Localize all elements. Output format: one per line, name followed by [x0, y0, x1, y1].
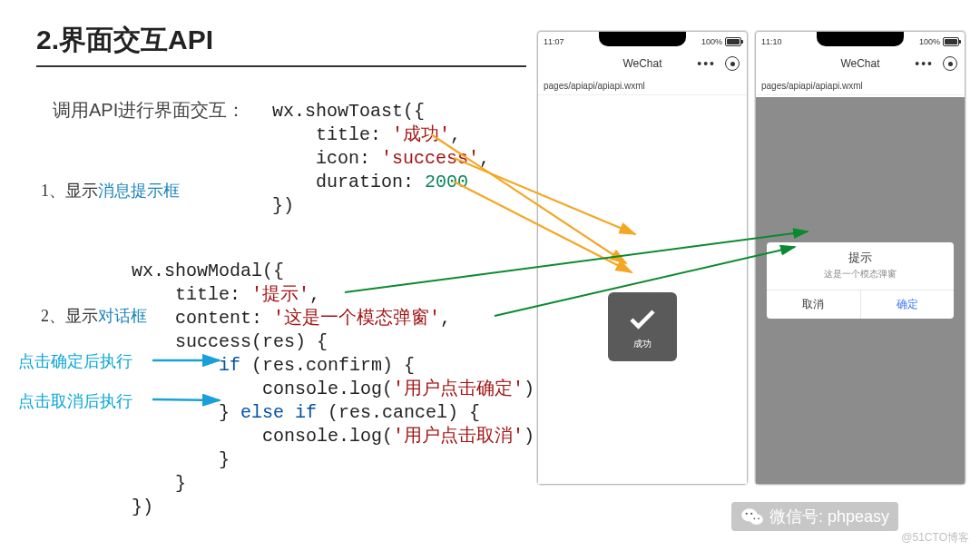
- more-icon[interactable]: •••: [915, 56, 934, 71]
- notch: [599, 32, 686, 46]
- wechat-icon: [740, 507, 764, 526]
- battery-icon: [943, 37, 959, 46]
- attribution: @51CTO博客: [901, 530, 969, 546]
- wechat-label: 微信号: phpeasy: [769, 506, 889, 527]
- list2-prefix: 2、显示: [41, 307, 98, 325]
- svg-point-11: [753, 517, 755, 519]
- app-bar: WeChat •••: [756, 50, 965, 77]
- page-path: pages/apiapi/apiapi.wxml: [756, 77, 965, 95]
- svg-point-8: [750, 514, 763, 525]
- more-icon[interactable]: •••: [697, 56, 716, 71]
- toast-label: 成功: [633, 338, 652, 350]
- modal-cancel-button[interactable]: 取消: [767, 290, 861, 319]
- phone-preview-toast: 11:07 100% WeChat ••• pages/apiapi/apiap…: [537, 31, 748, 485]
- wechat-footer: 微信号: phpeasy: [731, 502, 898, 531]
- svg-point-10: [750, 513, 752, 515]
- notch: [817, 32, 904, 46]
- status-time: 11:10: [761, 37, 782, 46]
- callout-confirm: 点击确定后执行: [18, 350, 132, 372]
- section-title: 2.界面交互API: [36, 22, 213, 59]
- modal-content: 这是一个模态弹窗: [767, 268, 954, 290]
- app-title: WeChat: [622, 57, 662, 70]
- subtitle: 调用API进行界面交互：: [53, 98, 245, 123]
- phone-preview-modal: 11:10 100% WeChat ••• pages/apiapi/apiap…: [755, 31, 965, 485]
- close-mini-icon[interactable]: [943, 56, 957, 71]
- status-time: 11:07: [544, 37, 564, 46]
- close-mini-icon[interactable]: [725, 56, 740, 71]
- svg-point-9: [746, 513, 748, 515]
- callout-cancel: 点击取消后执行: [18, 390, 132, 412]
- page-path: pages/apiapi/apiapi.wxml: [538, 77, 747, 95]
- toast: 成功: [608, 292, 677, 361]
- code-showtoast: wx.showToast({ title: '成功', icon: 'succe…: [272, 100, 490, 218]
- status-battery-pct: 100%: [701, 37, 722, 46]
- phone-body: 成功: [538, 97, 747, 484]
- battery-icon: [725, 37, 741, 46]
- modal-buttons: 取消 确定: [767, 290, 954, 319]
- modal-ok-button[interactable]: 确定: [861, 290, 955, 319]
- modal-title: 提示: [767, 242, 954, 268]
- phone-body: 提示 这是一个模态弹窗 取消 确定: [756, 97, 965, 484]
- modal-dialog: 提示 这是一个模态弹窗 取消 确定: [767, 242, 954, 319]
- list1-prefix: 1、显示: [41, 182, 98, 200]
- success-check-icon: [626, 303, 659, 336]
- app-title: WeChat: [840, 57, 879, 70]
- list-item-1: 1、显示消息提示框: [41, 180, 180, 202]
- code-showmodal: wx.showModal({ title: '提示', content: '这是…: [132, 260, 534, 519]
- list1-keyword: 消息提示框: [98, 182, 180, 200]
- app-bar: WeChat •••: [538, 50, 747, 77]
- svg-point-12: [758, 517, 760, 519]
- status-battery-pct: 100%: [919, 37, 940, 46]
- divider: [36, 65, 526, 67]
